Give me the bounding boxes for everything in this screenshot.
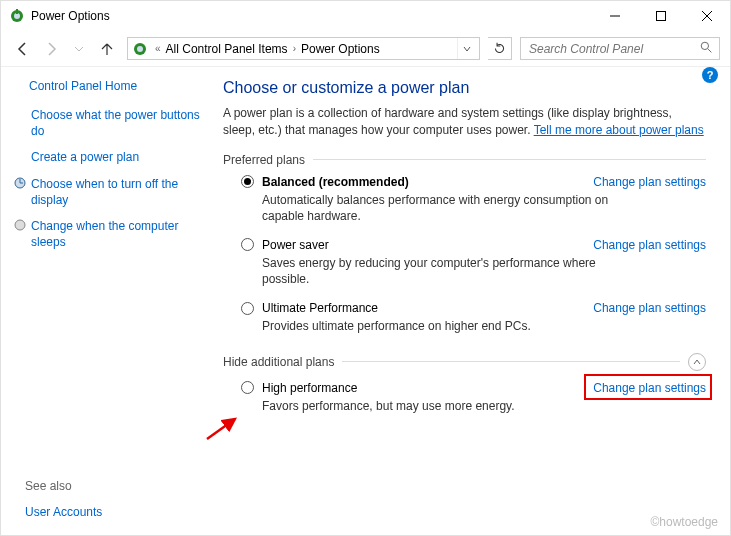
sidebar-item-label[interactable]: Create a power plan <box>31 149 139 165</box>
sidebar-item-display-off[interactable]: Choose when to turn off the display <box>13 176 201 208</box>
breadcrumb-item[interactable]: All Control Panel Items <box>164 42 290 56</box>
plan-high-performance: High performance Change plan settings Fa… <box>241 381 706 414</box>
help-icon[interactable]: ? <box>702 67 718 83</box>
sidebar-item-create-plan[interactable]: Create a power plan <box>13 149 201 165</box>
maximize-button[interactable] <box>638 1 684 31</box>
sidebar-item-sleeps[interactable]: Change when the computer sleeps <box>13 218 201 250</box>
svg-line-10 <box>708 49 711 52</box>
change-plan-settings-link[interactable]: Change plan settings <box>593 381 706 395</box>
blank-icon <box>13 149 27 163</box>
plan-name: Balanced (recommended) <box>262 175 409 189</box>
back-button[interactable] <box>11 37 35 61</box>
recent-dropdown[interactable] <box>67 37 91 61</box>
sidebar-item-label[interactable]: Choose when to turn off the display <box>31 176 201 208</box>
page-heading: Choose or customize a power plan <box>223 79 706 97</box>
user-accounts-link[interactable]: User Accounts <box>25 505 102 519</box>
watermark: ©howtoedge <box>650 515 718 529</box>
plan-power-saver: Power saver Change plan settings Saves e… <box>241 238 706 287</box>
moon-icon <box>13 218 27 232</box>
plan-name: Power saver <box>262 238 329 252</box>
footer: See also User Accounts <box>25 479 102 519</box>
sidebar-item-label[interactable]: Change when the computer sleeps <box>31 218 201 250</box>
blank-icon <box>13 107 27 121</box>
search-icon[interactable] <box>700 41 713 57</box>
radio-high-performance[interactable] <box>241 381 254 394</box>
navbar: « All Control Panel Items › Power Option… <box>1 31 730 67</box>
change-plan-settings-link[interactable]: Change plan settings <box>593 238 706 252</box>
svg-rect-2 <box>16 9 18 14</box>
change-plan-settings-link[interactable]: Change plan settings <box>593 175 706 189</box>
breadcrumb-item[interactable]: Power Options <box>299 42 382 56</box>
control-panel-home-link[interactable]: Control Panel Home <box>29 79 201 93</box>
preferred-plans-label: Preferred plans <box>223 153 706 167</box>
window-title: Power Options <box>31 9 592 23</box>
hide-additional-row: Hide additional plans <box>223 353 706 371</box>
forward-button[interactable] <box>39 37 63 61</box>
sidebar-item-label[interactable]: Choose what the power buttons do <box>31 107 201 139</box>
refresh-button[interactable] <box>488 37 512 60</box>
plan-balanced: Balanced (recommended) Change plan setti… <box>241 175 706 224</box>
intro-text: A power plan is a collection of hardware… <box>223 105 706 139</box>
change-plan-settings-link[interactable]: Change plan settings <box>593 301 706 315</box>
search-box[interactable] <box>520 37 720 60</box>
svg-point-12 <box>15 220 25 230</box>
plan-desc: Saves energy by reducing your computer's… <box>262 255 612 287</box>
minimize-button[interactable] <box>592 1 638 31</box>
collapse-button[interactable] <box>688 353 706 371</box>
plan-ultimate: Ultimate Performance Change plan setting… <box>241 301 706 334</box>
titlebar: Power Options <box>1 1 730 31</box>
plan-desc: Favors performance, but may use more ene… <box>262 398 612 414</box>
up-button[interactable] <box>95 37 119 61</box>
radio-balanced[interactable] <box>241 175 254 188</box>
svg-rect-4 <box>657 12 666 21</box>
shield-icon <box>13 176 27 190</box>
address-bar[interactable]: « All Control Panel Items › Power Option… <box>127 37 480 60</box>
plan-name: Ultimate Performance <box>262 301 378 315</box>
power-options-icon <box>132 41 148 57</box>
search-input[interactable] <box>527 41 700 57</box>
see-also-label: See also <box>25 479 102 493</box>
radio-ultimate[interactable] <box>241 302 254 315</box>
svg-point-8 <box>137 46 143 52</box>
plan-desc: Provides ultimate performance on higher … <box>262 318 612 334</box>
close-button[interactable] <box>684 1 730 31</box>
plan-name: High performance <box>262 381 357 395</box>
sidebar: Control Panel Home Choose what the power… <box>1 67 211 535</box>
intro-link[interactable]: Tell me more about power plans <box>534 123 704 137</box>
address-dropdown[interactable] <box>457 38 475 59</box>
chevron-right-icon[interactable]: › <box>290 43 299 54</box>
radio-power-saver[interactable] <box>241 238 254 251</box>
plan-desc: Automatically balances performance with … <box>262 192 612 224</box>
content-pane: ? Choose or customize a power plan A pow… <box>211 67 730 535</box>
hide-additional-label: Hide additional plans <box>223 355 334 369</box>
chevron-right-icon[interactable]: « <box>152 43 164 54</box>
sidebar-item-power-buttons[interactable]: Choose what the power buttons do <box>13 107 201 139</box>
power-options-icon <box>9 8 25 24</box>
svg-point-9 <box>701 42 708 49</box>
